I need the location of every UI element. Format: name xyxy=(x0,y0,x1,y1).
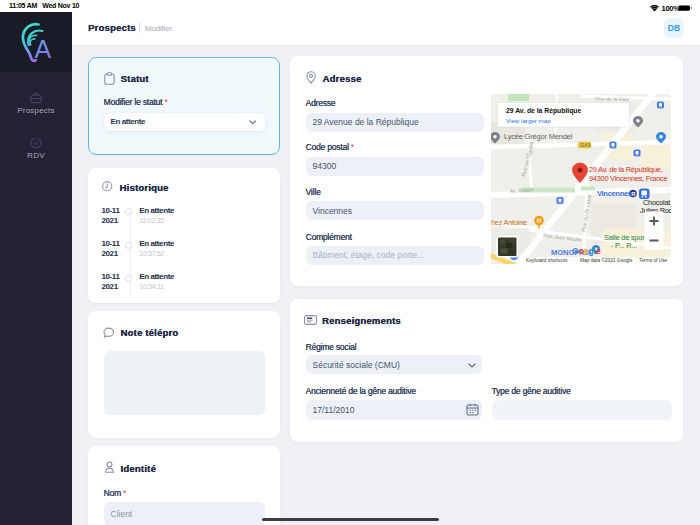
svg-text:Keyboard shortcuts: Keyboard shortcuts xyxy=(526,258,568,263)
svg-text:94300 Vincennes, France: 94300 Vincennes, France xyxy=(589,174,667,183)
svg-text:hez Antoine: hez Antoine xyxy=(491,218,527,227)
svg-text:- P... R...: - P... R... xyxy=(611,241,637,250)
svg-text:View larger map: View larger map xyxy=(506,117,551,124)
svg-text:Vincennes: Vincennes xyxy=(597,189,632,198)
svg-text:29 Av. de la République: 29 Av. de la République xyxy=(506,107,582,115)
svg-text:Map data ©2021 Google: Map data ©2021 Google xyxy=(580,257,633,263)
svg-text:Rue de la Paix: Rue de la Paix xyxy=(595,96,629,103)
svg-text:0143: 0143 xyxy=(580,143,591,148)
svg-text:e: e xyxy=(596,246,601,256)
svg-text:Terms of Use: Terms of Use xyxy=(639,258,668,263)
svg-text:Lycée Grégor Mendel: Lycée Grégor Mendel xyxy=(504,132,573,141)
svg-text:A: A xyxy=(35,35,52,63)
